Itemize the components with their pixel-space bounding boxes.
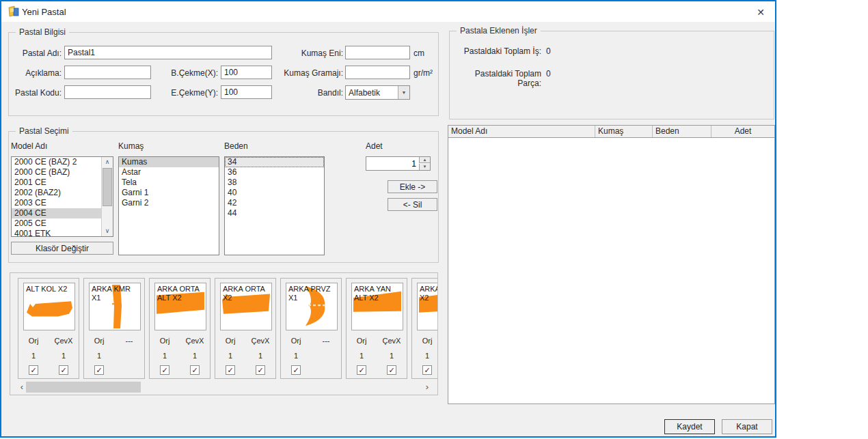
spin-down-icon[interactable]: ▼	[419, 164, 430, 170]
piece-thumbnail[interactable]: ARKA KMR X1	[89, 283, 141, 330]
list-item[interactable]: 2001 CE	[12, 178, 101, 188]
list-item[interactable]: 36	[225, 167, 324, 178]
orj-checkbox[interactable]: ✓	[29, 365, 38, 375]
cev-label: ÇevX	[245, 337, 275, 345]
kaydet-button[interactable]: Kaydet	[664, 419, 715, 434]
list-item[interactable]: Tela	[119, 178, 219, 188]
piece-thumbnail[interactable]: ARKAX2	[417, 283, 438, 330]
kapat-button[interactable]: Kapat	[722, 419, 772, 434]
ekle-button[interactable]: Ekle ->	[388, 180, 437, 193]
app-icon	[8, 5, 20, 18]
list-item[interactable]: 38	[225, 178, 324, 188]
pastal-adi-input[interactable]	[64, 46, 272, 59]
scroll-right-icon[interactable]: ›	[422, 382, 432, 393]
cev-checkbox[interactable]: ✓	[387, 365, 396, 375]
scrollbar-thumb[interactable]	[103, 168, 112, 206]
piece-card: ARKAX2 Orj 1 ✓	[411, 278, 438, 379]
orj-checkbox[interactable]: ✓	[160, 365, 169, 375]
orj-label: Orj	[281, 337, 311, 345]
check-icon: ✓	[161, 366, 167, 374]
piece-thumbnail[interactable]: ARKA ORTAALT X2	[154, 283, 206, 330]
cev-checkbox[interactable]: ✓	[59, 365, 68, 375]
cev-count: 1	[245, 352, 275, 360]
kumas-gramaji-input[interactable]	[345, 66, 410, 79]
list-item[interactable]: 2000 CE (BAZ)	[12, 167, 101, 178]
piece-thumbnail[interactable]: ARKA PRVZX1	[286, 283, 338, 330]
list-item[interactable]: 44	[225, 208, 324, 218]
cev-count	[311, 352, 341, 360]
beden-list-header: Beden	[224, 141, 248, 151]
list-item[interactable]: 2005 CE	[12, 218, 101, 229]
check-icon: ✓	[60, 366, 66, 374]
pieces-carousel: ALT KOL X2 OrjÇevX 11 ✓ ✓ ARKA KMR X1 Or…	[10, 272, 438, 395]
aciklama-label: Açıklama:	[8, 68, 62, 78]
e-cekme-input[interactable]	[221, 85, 272, 99]
list-item[interactable]: Garni 1	[119, 188, 219, 198]
scroll-up-icon[interactable]: ∧	[102, 157, 113, 167]
carousel-scrollbar[interactable]: ‹ ›	[17, 382, 432, 393]
kumas-eni-input[interactable]	[345, 46, 410, 59]
list-item[interactable]: 2000 CE (BAZ) 2	[12, 157, 101, 167]
col-header-kumas[interactable]: Kumaş	[595, 126, 653, 137]
list-item-selected[interactable]: Kumas	[119, 157, 219, 167]
list-item[interactable]: 2003 CE	[12, 198, 101, 208]
orj-label: Orj	[18, 337, 49, 345]
col-header-model-adi[interactable]: Model Adı	[448, 126, 595, 137]
pastal-bilgisi-legend: Pastal Bilgisi	[16, 27, 69, 37]
list-item[interactable]: 2002 (BAZ2)	[12, 188, 101, 198]
cev-count: 1	[49, 352, 79, 360]
b-cekme-input[interactable]	[221, 66, 272, 79]
cev-checkbox[interactable]: ✓	[190, 365, 200, 375]
toplam-is-label: Pastaldaki Toplam İş:	[449, 46, 541, 56]
scroll-left-icon[interactable]: ‹	[17, 382, 27, 393]
scroll-down-icon[interactable]: ∨	[102, 226, 113, 236]
piece-card: ALT KOL X2 OrjÇevX 11 ✓ ✓	[18, 278, 79, 379]
aciklama-input[interactable]	[64, 66, 151, 79]
check-icon: ✓	[358, 366, 364, 374]
model-list-header: Model Adı	[11, 141, 47, 151]
model-listbox: 2000 CE (BAZ) 2 2000 CE (BAZ) 2001 CE 20…	[11, 156, 113, 237]
klasor-degistir-button[interactable]: Klasör Değiştir	[11, 242, 113, 255]
bandil-select[interactable]: Alfabetik ▼	[345, 85, 410, 100]
orj-checkbox[interactable]: ✓	[422, 365, 432, 375]
piece-thumbnail[interactable]: ARKA YANALT X2	[351, 283, 403, 330]
list-item-selected[interactable]: 34	[225, 157, 324, 167]
col-header-adet[interactable]: Adet	[711, 126, 774, 137]
piece-card: ARKA YANALT X2 OrjÇevX 11 ✓ ✓	[346, 278, 407, 379]
orj-checkbox[interactable]: ✓	[226, 365, 235, 375]
list-item[interactable]: 4001 ETK	[12, 229, 101, 237]
list-item[interactable]: 42	[225, 198, 324, 208]
piece-name: ARKA ORTAALT X2	[155, 283, 206, 302]
orj-checkbox[interactable]: ✓	[291, 365, 301, 375]
list-item[interactable]: 40	[225, 188, 324, 198]
orj-checkbox[interactable]: ✓	[357, 365, 366, 375]
kumas-eni-label: Kumaş Eni:	[275, 48, 343, 58]
orj-count: 1	[281, 352, 311, 360]
pastal-kodu-input[interactable]	[64, 85, 151, 99]
piece-name: ARKA KMR X1	[90, 283, 140, 302]
kumas-gramaji-label: Kumaş Gramajı:	[268, 68, 343, 78]
model-list-scrollbar[interactable]: ∧ ∨	[101, 157, 113, 236]
piece-card: ARKA ORTAX2 OrjÇevX 11 ✓ ✓	[215, 278, 276, 379]
cev-checkbox[interactable]: ✓	[256, 365, 265, 375]
sil-button[interactable]: <- Sil	[388, 198, 437, 211]
piece-thumbnail[interactable]: ARKA ORTAX2	[220, 283, 272, 330]
spin-up-icon[interactable]: ▲	[419, 157, 430, 163]
piece-name: ARKA ORTAX2	[221, 283, 271, 302]
chevron-down-icon[interactable]: ▼	[398, 86, 409, 99]
orj-checkbox[interactable]: ✓	[94, 365, 104, 375]
list-item-selected[interactable]: 2004 CE	[12, 208, 101, 218]
orj-count: 1	[347, 352, 377, 360]
beden-listbox: 34 36 38 40 42 44	[224, 156, 325, 255]
list-item[interactable]: Garni 2	[119, 198, 219, 208]
close-icon[interactable]: ✕	[750, 4, 771, 20]
kumas-listbox: Kumas Astar Tela Garni 1 Garni 2	[118, 156, 219, 255]
adet-input[interactable]	[366, 157, 418, 170]
toplam-parca-value: 0	[546, 69, 551, 79]
list-item[interactable]: Astar	[119, 167, 219, 178]
b-cekme-label: B.Çekme(X):	[159, 68, 218, 78]
adet-header: Adet	[366, 141, 383, 151]
piece-thumbnail[interactable]: ALT KOL X2	[23, 283, 75, 330]
col-header-beden[interactable]: Beden	[653, 126, 711, 137]
scrollbar-thumb[interactable]	[26, 382, 141, 393]
